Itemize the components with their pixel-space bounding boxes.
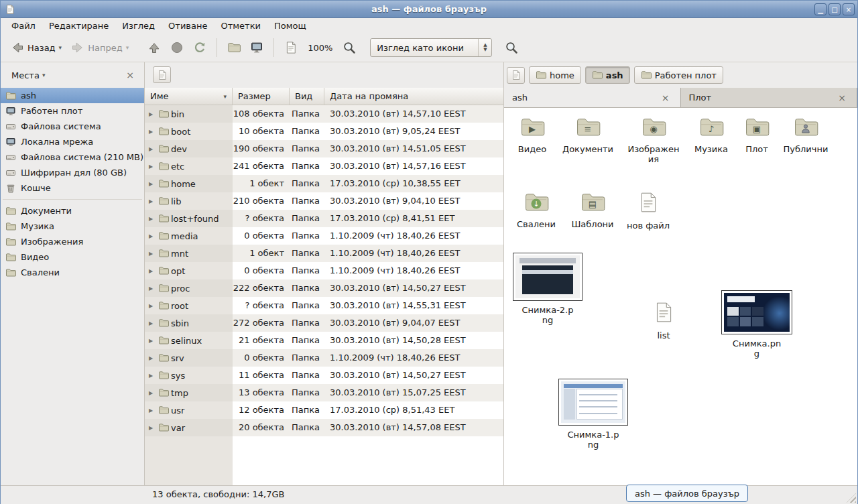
expander-icon[interactable]: ▶ — [149, 111, 156, 117]
table-row[interactable]: ▶bin108 обектаПапка30.03.2010 (вт) 14,57… — [145, 105, 503, 123]
expander-icon[interactable]: ▶ — [149, 338, 156, 344]
expander-icon[interactable]: ▶ — [149, 425, 156, 431]
row-name-cell[interactable]: ▶home — [145, 175, 233, 192]
expander-icon[interactable]: ▶ — [149, 251, 156, 257]
up-button[interactable] — [143, 38, 166, 57]
path-button-home[interactable]: home — [529, 66, 581, 84]
expander-icon[interactable]: ▶ — [149, 146, 156, 152]
sidebar-item-video[interactable]: Видео — [1, 249, 144, 265]
maximize-button[interactable]: □ — [829, 3, 841, 15]
sidebar-close-button[interactable]: × — [123, 68, 137, 82]
sidebar-item-pictures[interactable]: Изображения — [1, 234, 144, 249]
icon-item-list[interactable]: list — [635, 298, 692, 340]
row-name-cell[interactable]: ▶var — [145, 419, 233, 436]
row-name-cell[interactable]: ▶tmp — [145, 384, 233, 401]
expander-icon[interactable]: ▶ — [149, 373, 156, 379]
sidebar-item-downloads[interactable]: Свалени — [1, 265, 144, 280]
expander-icon[interactable]: ▶ — [149, 233, 156, 239]
icon-item-new-file[interactable]: нов файл — [620, 188, 676, 231]
stop-button[interactable] — [166, 38, 188, 57]
expander-icon[interactable]: ▶ — [149, 181, 156, 187]
back-dropdown-icon[interactable]: ▾ — [59, 44, 62, 51]
row-name-cell[interactable]: ▶srv — [145, 349, 233, 367]
zoom-in-button[interactable] — [338, 38, 361, 57]
expander-icon[interactable]: ▶ — [149, 216, 156, 222]
expander-icon[interactable]: ▶ — [149, 390, 156, 396]
table-row[interactable]: ▶root? обектаПапка30.03.2010 (вт) 14,55,… — [145, 297, 503, 314]
sidebar-title-selector[interactable]: Места ▾ — [7, 68, 49, 82]
table-row[interactable]: ▶selinux21 обектаПапка30.03.2010 (вт) 14… — [145, 332, 503, 349]
resize-grip[interactable] — [847, 493, 856, 503]
forward-dropdown-icon[interactable]: ▾ — [126, 44, 129, 51]
tab-close-icon[interactable]: × — [659, 92, 672, 103]
expander-icon[interactable]: ▶ — [149, 355, 156, 361]
expander-icon[interactable]: ▶ — [149, 320, 156, 326]
table-row[interactable]: ▶usr12 обектаПапка17.03.2010 (ср) 8,51,4… — [145, 401, 503, 419]
sidebar-item-ash[interactable]: ash — [1, 88, 144, 103]
home-button[interactable] — [223, 38, 245, 57]
row-name-cell[interactable]: ▶bin — [145, 105, 233, 123]
sidebar-item-music[interactable]: Музика — [1, 218, 144, 234]
column-header-size[interactable]: Размер — [233, 88, 290, 105]
row-name-cell[interactable]: ▶boot — [145, 123, 233, 140]
table-row[interactable]: ▶sbin272 обектаПапка30.03.2010 (вт) 9,04… — [145, 314, 503, 332]
table-row[interactable]: ▶etc241 обектаПапка30.03.2010 (вт) 14,57… — [145, 158, 503, 175]
column-header-name[interactable]: Име ▾ — [145, 88, 233, 105]
sidebar-item-filesystem[interactable]: Файлова система — [1, 119, 144, 134]
sidebar-item-documents[interactable]: Документи — [1, 203, 144, 218]
expander-icon[interactable]: ▶ — [149, 286, 156, 292]
expander-icon[interactable]: ▶ — [149, 129, 156, 135]
search-button[interactable] — [500, 38, 523, 57]
table-row[interactable]: ▶lib210 обектаПапка30.03.2010 (вт) 9,04,… — [145, 192, 503, 210]
zoom-out-button[interactable] — [280, 38, 302, 57]
row-name-cell[interactable]: ▶root — [145, 297, 233, 314]
icon-item-public[interactable]: Публични — [778, 115, 834, 154]
view-mode-spinner-icon[interactable]: ▲▼ — [478, 39, 491, 56]
sidebar-item-filesystem-210mb[interactable]: Файлова система (210 MB) — [1, 149, 144, 165]
tab-desktop[interactable]: Плот × — [681, 88, 858, 107]
table-row[interactable]: ▶boot10 обектаПапка30.03.2010 (вт) 9,05,… — [145, 123, 503, 140]
sidebar-item-desktop[interactable]: Работен плот — [1, 103, 144, 119]
row-name-cell[interactable]: ▶sbin — [145, 314, 233, 332]
icon-view[interactable]: ▶ Видео ≡ Документи ◉ Изображ — [504, 108, 857, 485]
row-name-cell[interactable]: ▶mnt — [145, 245, 233, 262]
row-name-cell[interactable]: ▶opt — [145, 262, 233, 279]
expander-icon[interactable]: ▶ — [149, 407, 156, 414]
location-toggle-button[interactable] — [507, 67, 525, 84]
table-row[interactable]: ▶proc222 обектаПапка30.03.2010 (вт) 14,5… — [145, 279, 503, 297]
menu-view[interactable]: Изглед — [115, 19, 162, 32]
sidebar-item-trash[interactable]: Кошче — [1, 180, 144, 196]
table-row[interactable]: ▶dev190 обектаПапка30.03.2010 (вт) 14,51… — [145, 140, 503, 158]
menu-help[interactable]: Помощ — [267, 19, 313, 32]
menu-bookmarks[interactable]: Отметки — [214, 19, 267, 32]
row-name-cell[interactable]: ▶dev — [145, 140, 233, 158]
row-name-cell[interactable]: ▶selinux — [145, 332, 233, 349]
table-row[interactable]: ▶opt0 обектаПапка1.10.2009 (чт) 18,40,26… — [145, 262, 503, 279]
expander-icon[interactable]: ▶ — [149, 198, 156, 204]
close-button[interactable]: × — [843, 3, 855, 15]
pane-toggle-button[interactable] — [153, 66, 171, 83]
icon-item-snimka1[interactable]: Снимка-1.png — [557, 379, 629, 450]
icon-item-snimka[interactable]: Снимка.png — [721, 290, 793, 359]
reload-button[interactable] — [188, 38, 211, 57]
row-name-cell[interactable]: ▶etc — [145, 158, 233, 175]
table-row[interactable]: ▶media0 обектаПапка1.10.2009 (чт) 18,40,… — [145, 227, 503, 245]
table-row[interactable]: ▶sys11 обектаПапка30.03.2010 (вт) 14,50,… — [145, 367, 503, 384]
row-name-cell[interactable]: ▶lib — [145, 192, 233, 210]
view-mode-select[interactable]: Изглед като икони ▲▼ — [370, 38, 492, 57]
row-name-cell[interactable]: ▶sys — [145, 367, 233, 384]
expander-icon[interactable]: ▶ — [149, 303, 156, 309]
row-name-cell[interactable]: ▶proc — [145, 279, 233, 297]
table-row[interactable]: ▶var20 обектаПапка30.03.2010 (вт) 14,57,… — [145, 419, 503, 436]
row-name-cell[interactable]: ▶usr — [145, 401, 233, 419]
icon-item-documents[interactable]: ≡ Документи — [560, 115, 616, 154]
table-row[interactable]: ▶tmp13 обектаПапка30.03.2010 (вт) 15,07,… — [145, 384, 503, 401]
menu-edit[interactable]: Редактиране — [42, 19, 115, 32]
table-row[interactable]: ▶mnt1 обектПапка1.10.2009 (чт) 18,40,26 … — [145, 245, 503, 262]
icon-item-templates[interactable]: ▤ Шаблони — [564, 190, 621, 229]
titlebar[interactable]: ash — файлов браузър ▁ □ × — [1, 1, 857, 18]
column-header-type[interactable]: Вид — [290, 88, 324, 105]
icon-item-downloads[interactable]: ↓ Свалени — [508, 190, 564, 229]
column-header-date[interactable]: Дата на промяна — [324, 88, 503, 105]
sidebar-item-network[interactable]: Локална мрежа — [1, 134, 144, 149]
